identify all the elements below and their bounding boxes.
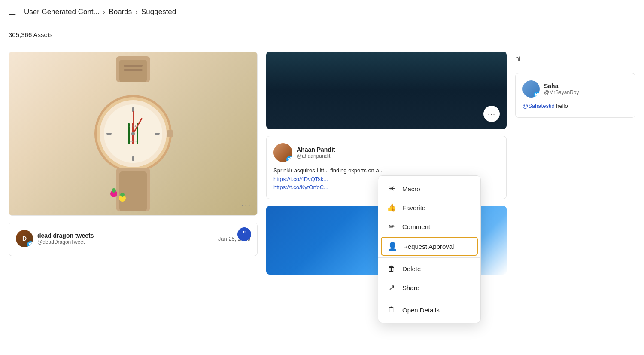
menu-item-open-details[interactable]: 🗒Open Details <box>378 301 480 319</box>
dragon-name: dead dragon tweets <box>37 232 94 239</box>
right-column: hi Saha @MrSayanRoy @Sahatestid hello <box>515 52 635 344</box>
more-button[interactable]: ··· <box>483 106 500 122</box>
svg-rect-2 <box>124 65 143 67</box>
assets-count-label: 305,366 Assets <box>9 31 53 38</box>
dragon-author-row: D dead dragon tweets @deadDragonTweet Ja… <box>16 230 250 247</box>
menu-item-favorite[interactable]: 👍Favorite <box>378 198 480 217</box>
watch-card: GUCCI SWISS ··· <box>9 52 258 216</box>
content-area: GUCCI SWISS ··· " D <box>0 43 644 352</box>
dragon-handle: @deadDragonTweet <box>37 239 94 245</box>
menu-item-share[interactable]: ↗Share <box>378 278 480 297</box>
saha-author-info: Saha @MrSayanRoy <box>544 83 579 95</box>
breadcrumb-sep2: › <box>135 8 138 16</box>
menu-item-comment[interactable]: ✏Comment <box>378 217 480 236</box>
header: ☰ User Generated Cont... › Boards › Sugg… <box>0 0 644 24</box>
svg-rect-22 <box>119 171 147 211</box>
saha-mention: @Sahatestid <box>522 103 555 109</box>
context-menu: ✳Macro👍Favorite✏Comment👤Request Approval… <box>378 175 481 323</box>
twitter-badge <box>27 241 33 247</box>
dragon-avatar: D <box>16 230 33 247</box>
dark-image <box>266 52 507 129</box>
favorite-label: Favorite <box>402 204 425 211</box>
svg-point-26 <box>120 193 125 197</box>
saha-twitter-badge <box>534 92 540 98</box>
ahaan-link2[interactable]: https://t.co/KytOrfoC... <box>273 184 328 190</box>
ahaan-link1[interactable]: https://t.co/4DvQTsk... <box>273 176 328 182</box>
watch-image: GUCCI SWISS <box>9 52 257 215</box>
menu-item-request-approval[interactable]: 👤Request Approval <box>381 237 478 256</box>
svg-rect-11 <box>155 133 160 135</box>
macro-label: Macro <box>402 185 420 193</box>
request-approval-icon: 👤 <box>388 242 397 251</box>
open-details-icon: 🗒 <box>387 306 396 315</box>
menu-item-delete[interactable]: 🗑Delete <box>378 260 480 278</box>
ahaan-text: Sprinklr acquires Litt... finding expert… <box>273 167 384 174</box>
ahaan-avatar <box>273 143 292 162</box>
dragon-author-info: dead dragon tweets @deadDragonTweet <box>37 232 94 245</box>
left-column: GUCCI SWISS ··· " D <box>9 52 258 344</box>
ahaan-author-info: Ahaan Pandit @ahaanpandit <box>297 146 335 159</box>
svg-text:GUCCI: GUCCI <box>128 124 139 128</box>
svg-rect-18 <box>167 130 173 137</box>
share-label: Share <box>402 284 419 291</box>
favorite-icon: 👍 <box>387 203 396 212</box>
hamburger-icon[interactable]: ☰ <box>9 7 16 17</box>
open-details-label: Open Details <box>402 306 440 314</box>
breadcrumb-part1[interactable]: User Generated Cont... <box>24 8 100 16</box>
assets-count: 305,366 Assets <box>0 24 644 43</box>
comment-label: Comment <box>402 223 430 230</box>
hi-text: hi <box>515 52 635 66</box>
svg-rect-3 <box>124 69 143 71</box>
saha-card: Saha @MrSayanRoy @Sahatestid hello <box>515 73 635 118</box>
breadcrumb-part3[interactable]: Suggested <box>141 8 176 16</box>
svg-text:SWISS: SWISS <box>129 140 137 143</box>
menu-item-macro[interactable]: ✳Macro <box>378 179 480 198</box>
breadcrumb-part2[interactable]: Boards <box>109 8 132 16</box>
watch-more-dots[interactable]: ··· <box>241 200 251 210</box>
saha-handle: @MrSayanRoy <box>544 89 579 95</box>
ahaan-author-row: Ahaan Pandit @ahaanpandit <box>273 143 499 162</box>
svg-rect-10 <box>106 133 112 135</box>
macro-icon: ✳ <box>387 184 396 193</box>
quote-badge: " <box>237 227 251 241</box>
breadcrumb-sep1: › <box>103 8 106 16</box>
svg-point-25 <box>112 188 116 193</box>
saha-avatar <box>522 80 540 98</box>
dragon-tweet-card: " D dead dragon tweets @deadDragonTweet … <box>9 223 258 256</box>
saha-tweet-text: @Sahatestid hello <box>522 102 628 110</box>
saha-text: hello <box>556 103 568 109</box>
request-approval-label: Request Approval <box>403 243 454 250</box>
delete-label: Delete <box>402 265 421 272</box>
comment-icon: ✏ <box>387 222 396 231</box>
breadcrumb: User Generated Cont... › Boards › Sugges… <box>24 8 176 16</box>
saha-name: Saha <box>544 83 579 89</box>
dark-image-card: ··· <box>266 52 507 129</box>
ahaan-twitter-badge <box>286 156 292 162</box>
saha-author-row: Saha @MrSayanRoy <box>522 80 628 98</box>
delete-icon: 🗑 <box>387 264 396 273</box>
ahaan-name: Ahaan Pandit <box>297 146 335 153</box>
ahaan-handle: @ahaanpandit <box>297 153 335 159</box>
svg-point-17 <box>131 132 135 135</box>
share-icon: ↗ <box>387 283 396 292</box>
watch-svg: GUCCI SWISS <box>73 56 193 211</box>
svg-rect-9 <box>132 156 134 161</box>
